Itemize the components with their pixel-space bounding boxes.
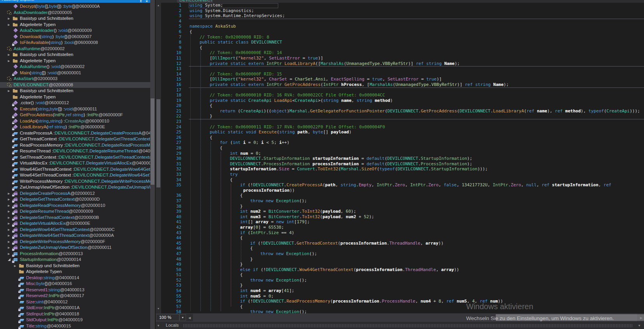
tree-node[interactable]: AskaRuntime() : void @06000002 xyxy=(0,64,150,70)
tree-node[interactable]: ▶Basistyp und Schnittstellen xyxy=(0,16,150,22)
code-line[interactable]: 52throw new Exception(); xyxy=(161,278,644,283)
collapse-icon[interactable]: ▼ xyxy=(157,324,160,327)
code-line[interactable]: 24// Token: 0x06000011 RID: 17 RVA: 0x00… xyxy=(161,124,644,130)
expander-icon[interactable]: ▶ xyxy=(8,88,13,94)
tree-node[interactable]: Desktop : string @04000014 xyxy=(0,275,150,281)
tree-node[interactable]: VirtualAllocEx : DEVILCONNECT.DelegateVi… xyxy=(0,160,150,166)
code-line[interactable]: 14// Token: 0x0600000F RID: 15 xyxy=(161,72,644,77)
code-line[interactable]: 10// Token: 0x0600000E RID: 14 xyxy=(161,50,644,56)
code-line[interactable]: 37throw new Exception(); xyxy=(161,198,644,204)
code-vertical-scrollbar[interactable]: ▲ ▼ xyxy=(156,3,161,313)
expander-icon[interactable]: ▶ xyxy=(8,52,13,58)
code-line[interactable]: 51{ xyxy=(161,272,644,278)
tree-node[interactable]: IsFileAvailable(string) : bool @06000008 xyxy=(0,40,150,46)
tree-node[interactable]: StdError : IntPtr @0400001A xyxy=(0,305,150,311)
tree-node[interactable]: SetThreadContext : DEVILCONNECT.Delegate… xyxy=(0,154,150,161)
code-line[interactable]: 16private static extern IntPtr GetProcAd… xyxy=(161,82,644,88)
code-line[interactable]: 15[DllImport("kernel32", CharSet = CharS… xyxy=(161,77,644,82)
code-line[interactable]: 18// Token: 0x06000010 RID: 16 RVA: 0x00… xyxy=(161,93,644,98)
tree-node[interactable]: ▶DelegateCreateProcessA @02000012 xyxy=(0,191,150,197)
tree-node[interactable]: ▶DelegateZwUnmapViewOfSection @02000011 xyxy=(0,245,150,251)
tree-node[interactable]: Abgeleitete Typen xyxy=(0,94,150,100)
code-line[interactable]: 5namespace AskaStub xyxy=(161,24,644,29)
tree-node[interactable]: ZwUnmapViewOfSection : DEVILCONNECT.Dele… xyxy=(0,184,150,191)
code-line[interactable]: 4 xyxy=(161,19,644,24)
tree-node[interactable]: Wow64SetThreadContext : DEVILCONNECT.Del… xyxy=(0,172,150,178)
code-line[interactable]: 34{ xyxy=(161,177,644,183)
close-icon[interactable]: ✕ xyxy=(145,0,149,3)
code-line[interactable]: 30DEVILCONNECT.StartupInformation startu… xyxy=(161,156,644,161)
code-line[interactable]: 40int num3 = BitConverter.ToInt32(payloa… xyxy=(161,214,644,220)
explorer-title-bar[interactable]: Assembly-Explorer ⊼ ✕ xyxy=(0,0,150,3)
code-line[interactable]: 1using System; xyxy=(161,3,644,8)
expander-icon[interactable]: ▶ xyxy=(8,58,13,64)
code-line[interactable]: 45if (!DEVILCONNECT.GetThreadContext(pro… xyxy=(161,241,644,246)
tree-node[interactable]: AskaDownloader @02000005 xyxy=(0,10,150,16)
tree-node[interactable]: AskaStart @02000003 xyxy=(0,76,150,82)
tree-node[interactable]: StdInput : IntPtr @04000018 xyxy=(0,311,150,317)
code-line[interactable]: processInformation)) xyxy=(161,188,644,193)
expander-icon[interactable]: ▶ xyxy=(8,16,13,22)
tree-node[interactable]: Reserved1 : string @04000013 xyxy=(0,287,150,293)
tree-scrollbar[interactable] xyxy=(150,0,155,329)
scroll-right-icon[interactable]: ▶ xyxy=(640,316,642,320)
tree-node[interactable]: ▶Basistyp und Schnittstellen xyxy=(0,88,150,94)
code-line[interactable]: 22} xyxy=(161,114,644,119)
code-line[interactable]: 3using System.Runtime.InteropServices; xyxy=(161,13,644,19)
tree-node[interactable]: ▶DelegateReadProcessMemory @02000010 xyxy=(0,203,150,209)
code-line[interactable]: 50else if (!DEVILCONNECT.Wow64GetThreadC… xyxy=(161,267,644,273)
tree-node[interactable]: LoadLibraryA(ref string) : IntPtr @06000… xyxy=(0,124,150,130)
code-line[interactable]: 49} xyxy=(161,262,644,267)
pin-icon[interactable]: ⊼ xyxy=(139,0,143,3)
code-line[interactable]: 53} xyxy=(161,283,644,288)
tree-scrollbar-thumb[interactable] xyxy=(151,98,154,185)
code-line[interactable]: 35if (!DEVILCONNECT.CreateProcessA(path,… xyxy=(161,182,644,188)
expander-icon[interactable] xyxy=(8,258,11,261)
tree-node[interactable]: CreateProcessA : DEVILCONNECT.DelegateCr… xyxy=(0,130,150,136)
zoom-level-value[interactable]: 100 % xyxy=(156,314,179,321)
locals-panel-header[interactable]: ▼ Locals ▼ xyxy=(156,321,644,329)
tree-node[interactable]: ReadProcessMemory : DEVILCONNECT.Delegat… xyxy=(0,142,150,149)
tree-node[interactable]: GetProcAddress(IntPtr, ref string) : Int… xyxy=(0,112,150,118)
expander-icon[interactable]: ▶ xyxy=(8,22,13,28)
zoom-dropdown-button[interactable]: ▼ xyxy=(179,314,186,321)
tree-node[interactable]: LoadApi(string, string) : CreateApi @060… xyxy=(0,118,150,124)
tree-node[interactable]: WriteProcessMemory : DEVILCONNECT.Delega… xyxy=(0,178,150,185)
decompiled-code[interactable]: 1using System;2using System.Diagnostics;… xyxy=(161,3,644,315)
code-line[interactable]: 39int num2 = BitConverter.ToInt32(payloa… xyxy=(161,209,644,214)
tree-node[interactable]: ▶DelegateGetThreadContext @0200000D xyxy=(0,196,150,203)
code-line[interactable]: 33try xyxy=(161,172,644,177)
code-line[interactable]: 25public static void Execute(string path… xyxy=(161,130,644,135)
tree-node[interactable]: Title : string @04000015 xyxy=(0,323,150,329)
code-line[interactable]: 48} xyxy=(161,257,644,262)
code-line[interactable]: 7// Token: 0x02000008 RID: 8 xyxy=(161,35,644,40)
tree-node[interactable]: ▶DelegateWriteProcessMemory @0200000F xyxy=(0,239,150,245)
chevron-down-icon[interactable]: ▼ xyxy=(638,324,641,327)
tree-node[interactable]: ▶DelegateResumeThread @02000009 xyxy=(0,208,150,215)
code-vscrollbar-thumb[interactable] xyxy=(156,99,160,187)
tree-node[interactable]: ▶Abgeleitete Typen xyxy=(0,22,150,28)
tree-node[interactable]: ▶Abgeleitete Typen xyxy=(0,58,150,64)
tree-node[interactable]: Main(string[]) : void @06000001 xyxy=(0,70,150,76)
code-line[interactable]: 8public static class DEVILCONNECT xyxy=(161,40,644,45)
code-line[interactable]: 43if (IntPtr.Size == 4) xyxy=(161,230,644,236)
tree-node[interactable]: ▶DelegateVirtualAllocEx @0200000E xyxy=(0,220,150,227)
tree-node[interactable]: AskaDownloader() : void @06000009 xyxy=(0,28,150,34)
tree-node[interactable]: Wow64GetThreadContext : DEVILCONNECT.Del… xyxy=(0,166,150,173)
tree-node[interactable]: GetThreadContext : DEVILCONNECT.Delegate… xyxy=(0,136,150,142)
tree-node[interactable]: ▶DelegateWow64SetThreadContext @0200000A xyxy=(0,233,150,239)
tree-node[interactable]: Abgeleitete Typen xyxy=(0,269,150,275)
scroll-down-icon[interactable]: ▼ xyxy=(156,307,161,310)
tree-node[interactable]: DEVILCONNECT @02000008 xyxy=(0,82,150,88)
code-line[interactable]: 19private static CreateApi LoadApi<Creat… xyxy=(161,98,644,103)
code-line[interactable]: 41int[] array = new int[179]; xyxy=(161,219,644,225)
scroll-up-icon[interactable]: ▲ xyxy=(156,4,161,7)
code-line[interactable]: 12private static extern IntPtr LoadLibra… xyxy=(161,61,644,66)
code-line[interactable]: 11[DllImport("kernel32", SetLastError = … xyxy=(161,56,644,61)
document-tab[interactable]: DEVILCONNECT xyxy=(177,0,213,3)
code-line[interactable]: 32startupInformation.Size = Convert.ToUI… xyxy=(161,166,644,172)
expander-icon[interactable]: ▶ xyxy=(14,263,19,269)
tree-node[interactable]: Download(string) : byte[] @06000007 xyxy=(0,34,150,40)
code-line[interactable]: 55int num5 = 0; xyxy=(161,294,644,299)
code-line[interactable]: 38} xyxy=(161,204,644,209)
